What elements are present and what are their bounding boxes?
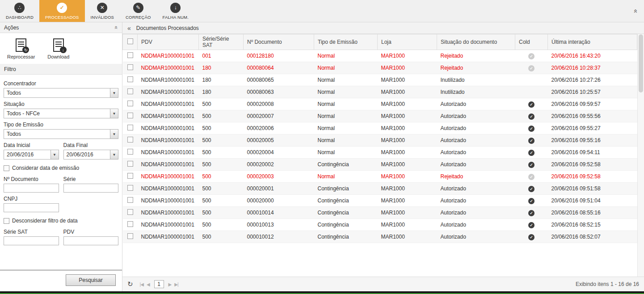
- serie-sat-input[interactable]: [4, 236, 59, 245]
- considerar-emissao-row[interactable]: Considerar data de emissão: [4, 165, 118, 171]
- concentrador-select[interactable]: Todos ▼: [4, 88, 118, 98]
- cell-serie: 180: [199, 62, 244, 74]
- table-row[interactable]: NDDMAR1000001001 500 000020003 Normal MA…: [123, 171, 637, 183]
- table-row[interactable]: NDDMAR1000001001 500 000020006 Normal MA…: [123, 122, 637, 134]
- search-button[interactable]: Pesquisar: [66, 274, 116, 286]
- considerar-emissao-checkbox[interactable]: [4, 165, 9, 171]
- cell-loja: MAR1000: [378, 98, 437, 110]
- scrollbar-thumb[interactable]: [639, 34, 643, 92]
- filter-header: Filtro: [0, 64, 122, 75]
- table-row[interactable]: NDDMAR1000001001 500 000020002 Contingên…: [123, 159, 637, 171]
- row-checkbox[interactable]: [127, 197, 133, 203]
- table-row[interactable]: NDDMAR1000001001 500 000020004 Normal MA…: [123, 147, 637, 159]
- row-checkbox[interactable]: [127, 137, 133, 143]
- cold-status-icon: ✓: [528, 186, 535, 192]
- row-checkbox[interactable]: [127, 125, 133, 130]
- cell-serie: 500: [199, 219, 244, 231]
- cell-num-documento: 000010013: [244, 219, 314, 231]
- tab-invalidos[interactable]: ✕ INVÁLIDOS: [85, 0, 120, 22]
- cold-status-icon: ✓: [528, 101, 535, 108]
- collapse-toolbar-icon[interactable]: «: [632, 9, 640, 13]
- table-row[interactable]: NDDMAR1000001001 500 000010014 Contingên…: [123, 207, 637, 219]
- row-checkbox[interactable]: [127, 113, 133, 118]
- tab-correcao[interactable]: ✎ CORREÇÃO: [120, 0, 157, 22]
- cell-ultima-interacao: 20/06/2016 09:54:11: [548, 147, 637, 159]
- row-checkbox[interactable]: [127, 209, 133, 215]
- table-row[interactable]: NDDMAR1000001001 500 000020005 Normal MA…: [123, 134, 637, 147]
- page-last-button[interactable]: ▶|: [174, 282, 178, 287]
- row-checkbox[interactable]: [127, 233, 133, 239]
- tipo-emissao-select[interactable]: Todos ▼: [4, 129, 118, 139]
- table-row[interactable]: NDDMAR1000001001 180 000080063 Normal MA…: [123, 86, 637, 98]
- cnpj-input[interactable]: [4, 203, 59, 212]
- cell-num-documento: 000020007: [244, 110, 314, 122]
- column-header-ultima-interacao[interactable]: Última interação: [548, 34, 637, 50]
- tab-processados[interactable]: ✓ PROCESSADOS: [39, 0, 85, 22]
- tab-dashboard-label: DASHBOARD: [6, 15, 34, 20]
- row-checkbox[interactable]: [127, 149, 133, 155]
- table-row[interactable]: NDDMAR1000001001 500 000020008 Normal MA…: [123, 98, 637, 110]
- num-documento-input[interactable]: [4, 184, 59, 193]
- refresh-icon[interactable]: ↻: [127, 280, 133, 288]
- page-title: Documentos Processados: [136, 25, 199, 31]
- cell-situacao: Rejeitado: [437, 62, 515, 74]
- cell-loja: MAR1000: [378, 134, 437, 147]
- column-header-num-documento[interactable]: Nº Documento: [244, 34, 314, 50]
- download-button[interactable]: ↓ Download: [47, 38, 69, 59]
- cell-ultima-interacao: 20/06/2016 08:55:16: [548, 207, 637, 219]
- cold-status-icon: ✓: [528, 162, 535, 168]
- row-checkbox[interactable]: [127, 64, 133, 70]
- table-row[interactable]: NDDMAR1000001001 001 000128180 Normal MA…: [123, 50, 637, 62]
- tab-falha-num[interactable]: ↓ FALHA NUM.: [157, 0, 195, 22]
- table-row[interactable]: NDDMAR1000001001 500 000020001 Contingên…: [123, 183, 637, 195]
- data-final-field[interactable]: 20/06/2016 ▼: [63, 150, 119, 160]
- table-row[interactable]: NDDMAR1000001001 180 000080064 Normal MA…: [123, 62, 637, 74]
- row-checkbox[interactable]: [127, 101, 133, 106]
- desconsiderar-data-checkbox[interactable]: [4, 218, 9, 224]
- table-row[interactable]: NDDMAR1000001001 500 000020007 Normal MA…: [123, 110, 637, 122]
- column-header-cold[interactable]: Cold: [515, 34, 548, 50]
- column-header-pdv[interactable]: PDV: [138, 34, 199, 50]
- cell-serie: 500: [199, 110, 244, 122]
- page-number-input[interactable]: 1: [154, 280, 164, 288]
- data-inicial-field[interactable]: 20/06/2016 ▼: [4, 150, 59, 160]
- tab-dashboard[interactable]: ∴ DASHBOARD: [0, 0, 39, 22]
- bottom-strip: [0, 291, 644, 294]
- column-header-loja[interactable]: Loja: [378, 34, 437, 50]
- page-next-button[interactable]: ▶: [168, 282, 172, 287]
- row-checkbox[interactable]: [127, 88, 133, 94]
- pdv-input[interactable]: [63, 236, 119, 245]
- serie-input[interactable]: [63, 184, 119, 193]
- page-prev-button[interactable]: ◀: [147, 282, 150, 287]
- vertical-scrollbar[interactable]: [637, 34, 644, 277]
- select-all-checkbox[interactable]: [127, 38, 133, 44]
- cold-status-icon: ✓: [528, 198, 535, 204]
- situacao-select[interactable]: Todos - NFCe ▼: [4, 109, 118, 118]
- collapse-sidebar-icon[interactable]: «: [127, 25, 131, 32]
- reprocess-button[interactable]: ↻ Reprocessar: [7, 38, 35, 59]
- cell-pdv: NDDMAR1000001001: [138, 231, 199, 243]
- cell-pdv: NDDMAR1000001001: [138, 110, 199, 122]
- row-checkbox[interactable]: [127, 173, 133, 179]
- row-checkbox[interactable]: [127, 221, 133, 227]
- page-first-button[interactable]: |◀: [140, 282, 143, 287]
- cell-ultima-interacao: 20/06/2016 09:59:57: [548, 98, 637, 110]
- table-row[interactable]: NDDMAR1000001001 500 000010012 Contingên…: [123, 231, 637, 243]
- row-checkbox[interactable]: [127, 185, 133, 191]
- cell-ultima-interacao: 20/06/2016 16:43:20: [548, 50, 637, 62]
- desconsiderar-data-row[interactable]: Desconsiderar filtro de data: [4, 218, 118, 224]
- table-row[interactable]: NDDMAR1000001001 500 000010013 Contingên…: [123, 219, 637, 231]
- row-checkbox[interactable]: [127, 76, 133, 82]
- column-header-serie[interactable]: Série/Série SAT: [199, 34, 244, 50]
- row-checkbox[interactable]: [127, 52, 133, 58]
- collapse-actions-icon[interactable]: «: [113, 26, 120, 29]
- table-row[interactable]: NDDMAR1000001001 180 000080065 Normal MA…: [123, 74, 637, 86]
- column-header-tipo-emissao[interactable]: Tipo de Emissão: [314, 34, 378, 50]
- cell-situacao: Autorizado: [437, 219, 515, 231]
- table-row[interactable]: NDDMAR1000001001 500 000020000 Contingên…: [123, 195, 637, 207]
- row-checkbox[interactable]: [127, 161, 133, 167]
- cell-ultima-interacao: 20/06/2016 10:25:57: [548, 86, 637, 98]
- cell-num-documento: 000020003: [244, 171, 314, 183]
- column-header-situacao[interactable]: Situação do documento: [437, 34, 515, 50]
- cold-status-icon: ✓: [528, 174, 535, 180]
